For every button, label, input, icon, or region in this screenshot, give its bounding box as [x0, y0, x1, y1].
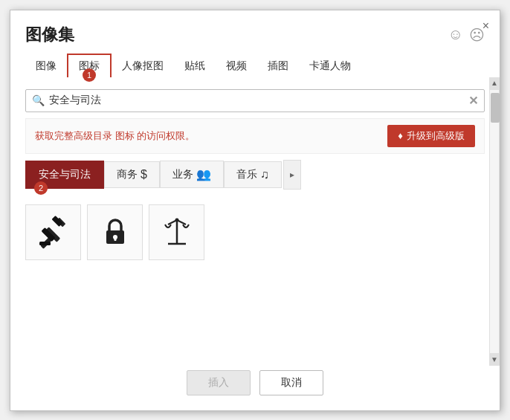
tab-cartoon[interactable]: 卡通人物 — [299, 55, 361, 77]
search-input[interactable] — [49, 94, 468, 106]
tab-video[interactable]: 视频 — [216, 55, 257, 77]
scroll-up-button[interactable]: ▲ — [489, 77, 500, 89]
diamond-icon: ♦ — [398, 130, 403, 141]
category-badge: 2 — [34, 181, 48, 195]
upgrade-button[interactable]: ♦ 升级到高级版 — [387, 125, 475, 147]
tab-bar: 图像 图标 1 人像抠图 贴纸 视频 插图 卡通人物 — [10, 54, 500, 77]
scroll-track — [489, 89, 500, 354]
search-box: 🔍 ✕ — [25, 89, 485, 112]
icon-gavel[interactable] — [25, 204, 81, 260]
title-bar: 图像集 ☺ ☹ — [10, 10, 500, 54]
promo-highlight: 图标 — [115, 130, 135, 141]
cat-wrapper: 安全与司法 2 — [25, 161, 104, 189]
scroll-thumb[interactable] — [491, 93, 500, 123]
tab-stickers[interactable]: 贴纸 — [174, 55, 216, 77]
category-music[interactable]: 音乐 ♫ — [224, 161, 282, 188]
icons-grid — [10, 197, 500, 268]
main-dialog: × 图像集 ☺ ☹ 图像 图标 1 人像抠图 贴纸 视频 插图 卡通人物 🔍 ✕… — [10, 10, 500, 411]
categories-bar: 安全与司法 2 商务 $ 业务 👥 音乐 ♫ ▸ — [25, 160, 485, 190]
dialog-title: 图像集 — [25, 24, 74, 46]
people-icon: 👥 — [196, 167, 211, 181]
svg-point-14 — [175, 219, 178, 222]
categories-next-arrow[interactable]: ▸ — [283, 160, 301, 190]
music-icon: ♫ — [260, 168, 269, 181]
svg-rect-9 — [114, 237, 116, 241]
category-operations[interactable]: 业务 👥 — [160, 161, 224, 188]
tab-portrait[interactable]: 人像抠图 — [112, 55, 174, 77]
tab-icons[interactable]: 图标 1 — [67, 54, 112, 77]
gavel-svg — [36, 214, 71, 250]
promo-text: 获取完整高级目录 图标 的访问权限。 — [35, 129, 195, 143]
tab-icons-badge: 1 — [83, 68, 96, 82]
cancel-button[interactable]: 取消 — [259, 370, 323, 395]
scales-svg — [159, 214, 195, 250]
svg-rect-6 — [39, 242, 51, 245]
close-icon[interactable]: × — [482, 19, 489, 33]
search-icon: 🔍 — [32, 94, 45, 106]
insert-button[interactable]: 插入 — [187, 370, 251, 395]
clear-icon[interactable]: ✕ — [468, 94, 478, 108]
tab-images[interactable]: 图像 — [25, 55, 67, 77]
icon-lock[interactable] — [87, 204, 143, 260]
icon-scales[interactable] — [149, 204, 204, 260]
search-area: 🔍 ✕ — [10, 77, 500, 118]
scrollbar: ▲ ▼ — [489, 77, 500, 366]
tab-illustration[interactable]: 插图 — [257, 55, 299, 77]
title-icons: ☺ ☹ — [448, 26, 485, 44]
category-business[interactable]: 商务 $ — [104, 161, 160, 188]
footer: 插入 取消 — [10, 355, 500, 410]
smile-icon[interactable]: ☺ — [448, 26, 463, 43]
lock-svg — [97, 214, 133, 250]
promo-bar: 获取完整高级目录 图标 的访问权限。 ♦ 升级到高级版 — [25, 118, 485, 154]
dollar-icon: $ — [141, 168, 147, 181]
